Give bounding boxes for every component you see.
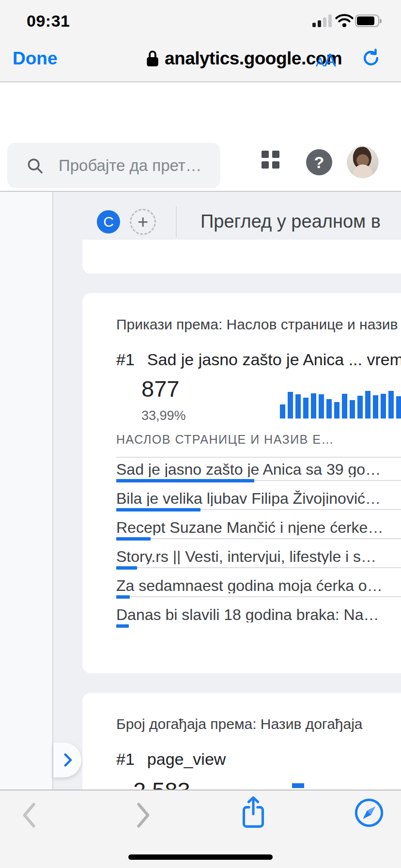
row-bar-line — [116, 622, 401, 629]
row-divider — [116, 596, 401, 597]
card-title: Број догађаја према: Назив догађаја — [116, 716, 401, 732]
sparkline-bar — [295, 394, 301, 418]
comparison-chip[interactable]: C — [97, 210, 120, 233]
table-row[interactable]: Story.rs || Vesti, intervjui, lifestyle … — [116, 545, 401, 574]
card-title: Прикази према: Наслов странице и назив е — [116, 316, 401, 333]
top-item-row[interactable]: #1Sad je jasno zašto je Anica ... vreme … — [116, 350, 401, 369]
views-card: Прикази према: Наслов странице и назив е… — [82, 293, 401, 673]
forward-icon[interactable] — [129, 800, 155, 830]
refresh-icon[interactable] — [360, 46, 382, 70]
row-value-bar — [116, 624, 129, 628]
row-bar-line — [116, 564, 401, 571]
safari-bottom-toolbar — [0, 790, 401, 868]
row-label: Story.rs || Vesti, intervjui, lifestyle … — [116, 545, 401, 564]
sidebar — [0, 192, 53, 790]
table-row[interactable]: Danas bi slavili 18 godina braka: Na… — [116, 603, 401, 632]
ga-header — [0, 82, 401, 131]
battery-icon — [355, 15, 383, 28]
views-sparkline-chart — [280, 391, 401, 418]
table-row[interactable]: Za sedamnaest godina moja ćerka o… — [116, 574, 401, 603]
row-value-bar — [116, 566, 137, 570]
row-divider — [116, 567, 401, 568]
column-header: НАСЛОВ СТРАНИЦЕ И НАЗИВ Е… — [116, 433, 334, 447]
table-row[interactable]: Bila je velika ljubav Filipa Živojinović… — [116, 487, 401, 516]
apps-grid-icon[interactable] — [262, 151, 279, 169]
sparkline-bar — [342, 394, 347, 418]
views-value: 877 — [141, 375, 179, 402]
sparkline-bar — [388, 391, 394, 418]
row-bar-line — [116, 506, 401, 513]
sparkline-bar — [373, 395, 378, 418]
text-size-button[interactable]: AA — [316, 50, 336, 71]
top-event-row[interactable]: #1page_view — [116, 750, 226, 769]
rank-label: #1 — [116, 350, 135, 369]
row-bar-line — [116, 593, 401, 600]
iphone-screen: Аналитика Сви налози › Color press Story… — [0, 0, 401, 868]
row-bar-line — [116, 535, 401, 542]
row-label: Bila je velika ljubav Filipa Živojinović… — [116, 487, 401, 506]
sparkline-bar — [288, 392, 293, 418]
sparkline-bar — [396, 396, 401, 418]
rank-label: #1 — [116, 750, 135, 768]
row-label: Sad je jasno zašto je Anica sa 39 go… — [116, 458, 401, 477]
sparkline-bar — [334, 402, 339, 418]
avatar[interactable] — [347, 146, 379, 178]
sparkline-bar — [326, 399, 332, 418]
top-event-label: page_view — [147, 750, 226, 768]
row-label: Recept Suzane Mančić i njene ćerke… — [116, 516, 401, 535]
page-title: Преглед у реалном в — [200, 211, 401, 232]
sparkline-bar — [350, 400, 355, 418]
row-value-bar — [116, 479, 254, 482]
search-icon — [26, 156, 44, 175]
row-value-bar — [116, 508, 200, 512]
safari-top-chrome: 09:31 Done analytics.google.com AA — [0, 0, 401, 82]
address-bar[interactable]: analytics.google.com — [145, 48, 342, 69]
home-indicator[interactable] — [128, 854, 273, 860]
add-comparison-button[interactable]: + — [130, 209, 156, 235]
search-row: Пробајте да прет… ? — [0, 131, 401, 192]
row-value-bar — [116, 537, 151, 541]
sparkline-bar — [303, 398, 308, 418]
events-sparkline-bar — [292, 783, 304, 788]
row-bar-line — [116, 477, 401, 484]
table-row[interactable]: Sad je jasno zašto je Anica sa 39 go… — [116, 458, 401, 487]
row-value-bar — [116, 595, 130, 599]
card-fragment — [82, 240, 401, 274]
row-label: Danas bi slavili 18 godina braka: Na… — [116, 603, 401, 622]
status-time: 09:31 — [27, 12, 70, 31]
chip-divider — [176, 206, 177, 237]
lock-icon — [145, 49, 160, 68]
back-icon[interactable] — [17, 800, 44, 830]
sparkline-bar — [365, 391, 370, 418]
sparkline-bar — [311, 393, 316, 418]
sparkline-bar — [357, 396, 363, 418]
views-percent: 33,99% — [141, 408, 186, 423]
row-label: Za sedamnaest godina moja ćerka o… — [116, 574, 401, 593]
search-placeholder: Пробајте да прет… — [59, 156, 201, 175]
row-divider — [116, 538, 401, 539]
done-button[interactable]: Done — [13, 48, 58, 69]
search-input[interactable]: Пробајте да прет… — [7, 143, 220, 188]
top-item-label: Sad je jasno zašto je Anica ... vreme b — [147, 350, 401, 369]
help-icon[interactable]: ? — [306, 149, 332, 175]
cellular-signal-icon — [312, 15, 332, 27]
sparkline-bar — [381, 394, 386, 418]
wifi-icon — [335, 14, 354, 28]
table-row[interactable]: Recept Suzane Mančić i njene ćerke… — [116, 516, 401, 545]
sparkline-bar — [280, 404, 285, 418]
share-icon[interactable] — [238, 794, 268, 831]
sparkline-bar — [319, 394, 324, 418]
views-table: Sad je jasno zašto je Anica sa 39 go… Bi… — [116, 458, 401, 632]
chevron-right-icon — [59, 752, 76, 768]
compass-icon[interactable] — [354, 797, 385, 828]
